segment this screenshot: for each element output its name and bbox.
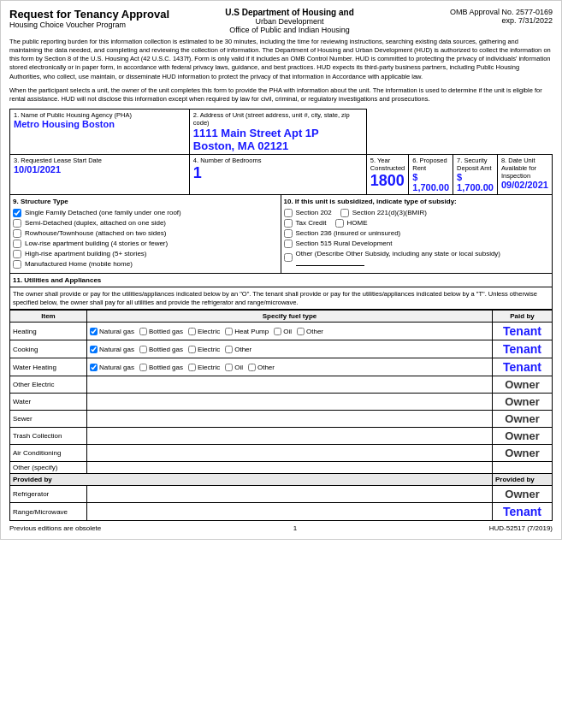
fuel-label: Oil	[283, 328, 292, 335]
util-item-cell: Water	[10, 394, 87, 411]
util-paid-cell: Owner	[493, 394, 553, 411]
s9b-checkbox[interactable]	[13, 219, 21, 228]
body-paragraph-1: The public reporting burden for this inf…	[9, 38, 553, 81]
fuel-checkbox[interactable]	[225, 328, 233, 335]
appliance-row: RefrigeratorOwner	[10, 486, 553, 503]
fuel-checkbox[interactable]	[90, 328, 98, 335]
fuel-checkbox[interactable]	[274, 328, 281, 335]
util-item-cell: Other Electric	[10, 376, 87, 394]
fuel-checkbox[interactable]	[139, 346, 147, 353]
s10c-row: Tax Credit	[284, 219, 327, 228]
section-9-options: Single Family Detached (one family under…	[13, 209, 278, 269]
field-4-label: 4. Number of Bedrooms	[193, 157, 363, 164]
fuel-checkbox[interactable]	[188, 328, 196, 335]
s10g-row: Other (Describe Other Subsidy, including…	[284, 250, 550, 266]
field-6-cell: 6. Proposed Rent $ 1,700.00	[409, 154, 453, 194]
s9d-checkbox[interactable]	[13, 240, 21, 248]
s9f-label: Manufactured Home (mobile home)	[25, 260, 133, 268]
s10a-row: Section 202	[284, 209, 332, 217]
s9a-checkbox[interactable]	[13, 209, 21, 217]
s9b-label: Semi-Detached (duplex, attached on one s…	[25, 219, 166, 227]
fuel-checkbox[interactable]	[188, 364, 196, 371]
s9e-checkbox[interactable]	[13, 250, 21, 258]
s10a-checkbox[interactable]	[284, 209, 293, 217]
s10-row2: Tax Credit HOME	[284, 219, 550, 229]
footer: Previous editions are obsolete 1 HUD-525…	[9, 524, 553, 532]
s9c-checkbox[interactable]	[13, 229, 21, 238]
provided-by-col: Provided by	[493, 474, 553, 486]
form-subtitle: Housing Choice Voucher Program	[9, 21, 180, 29]
s10f-label: Section 515 Rural Development	[296, 240, 393, 247]
fuel-checkbox[interactable]	[139, 364, 147, 371]
s9f-checkbox[interactable]	[13, 260, 21, 269]
section-10: 10. If this unit is subsidized, indicate…	[281, 195, 553, 273]
fuel-checkbox[interactable]	[225, 364, 233, 371]
fuel-checks: Natural gasBottled gasElectricOther	[90, 346, 489, 353]
s9d-row: Low-rise apartment building (4 stories o…	[13, 240, 278, 248]
fuel-checkbox[interactable]	[139, 328, 147, 335]
dept-line2: Urban Development	[180, 17, 399, 26]
s10c-label: Tax Credit	[296, 219, 327, 227]
fuel-label: Bottled gas	[149, 328, 183, 335]
fuel-label: Electric	[198, 346, 220, 353]
fuel-checkbox[interactable]	[297, 328, 305, 335]
col-paid-header: Paid by	[493, 311, 553, 323]
s9b-row: Semi-Detached (duplex, attached on one s…	[13, 219, 278, 228]
fuel-checkbox[interactable]	[225, 346, 233, 353]
util-item-cell: Cooking	[10, 340, 87, 358]
fuel-label: Natural gas	[99, 364, 134, 371]
util-paid-cell: Owner	[493, 376, 553, 394]
fuel-label: Bottled gas	[149, 346, 183, 353]
s10-row1: Section 202 Section 221(d)(3)(BMIR)	[284, 209, 550, 219]
section-10-options: Section 202 Section 221(d)(3)(BMIR) Tax …	[284, 209, 550, 266]
field-1-value: Metro Housing Boston	[14, 119, 186, 129]
s10d-checkbox[interactable]	[335, 219, 344, 228]
s10f-checkbox[interactable]	[284, 240, 293, 248]
s10b-checkbox[interactable]	[340, 209, 349, 217]
field-3-cell: 3. Requested Lease Start Date 10/01/2021	[10, 154, 190, 194]
s10a-label: Section 202	[296, 209, 332, 216]
fuel-checkbox[interactable]	[90, 364, 98, 371]
s10d-label: HOME	[347, 219, 368, 227]
fuel-checkbox[interactable]	[90, 346, 98, 353]
dept-line3: Office of Public and Indian Housing	[180, 26, 399, 34]
util-fuel-cell	[87, 462, 493, 474]
s10d-row: HOME	[335, 219, 368, 228]
footer-center: 1	[293, 524, 297, 532]
field-8-label: 8. Date Unit Available for Inspection	[501, 157, 548, 180]
util-row: Other ElectricOwner	[10, 376, 553, 394]
fuel-check-item: Bottled gas	[139, 328, 183, 335]
appliance-fuel	[87, 486, 493, 503]
section-11-header: 11. Utilities and Appliances	[9, 274, 553, 287]
field-1-cell: 1. Name of Public Housing Agency (PHA) M…	[10, 109, 190, 154]
fuel-check-item: Bottled gas	[139, 346, 183, 353]
field-5-cell: 5. Year Constructed 1800	[366, 154, 408, 194]
util-fuel-cell: Natural gasBottled gasElectricHeat PumpO…	[87, 323, 493, 340]
fuel-checkbox[interactable]	[248, 364, 256, 371]
section-9-label: 9. Structure Type	[13, 198, 278, 205]
util-item-cell: Trash Collection	[10, 428, 87, 445]
field-6-label: 6. Proposed Rent	[412, 157, 449, 172]
fuel-check-item: Other	[225, 346, 251, 353]
util-row: Air ConditioningOwner	[10, 445, 553, 462]
fuel-checkbox[interactable]	[188, 346, 196, 353]
fuel-check-item: Other	[248, 364, 275, 371]
s10e-checkbox[interactable]	[284, 229, 293, 238]
util-fuel-cell	[87, 411, 493, 428]
fuel-check-item: Natural gas	[90, 328, 134, 335]
util-paid-cell	[493, 462, 553, 474]
header-center: U.S Department of Housing and Urban Deve…	[180, 8, 399, 34]
appliance-paid: Tenant	[493, 503, 553, 521]
field-7-value: $ 1,700.00	[457, 172, 494, 192]
provided-by-label: Provided by	[10, 474, 493, 486]
provided-by-row: Provided byProvided by	[10, 474, 553, 486]
fuel-check-item: Oil	[225, 364, 243, 371]
fuel-label: Electric	[198, 364, 220, 371]
s10c-checkbox[interactable]	[284, 219, 293, 228]
util-item-cell: Air Conditioning	[10, 445, 87, 462]
form-title: Request for Tenancy Approval	[9, 8, 180, 21]
s10g-checkbox[interactable]	[284, 253, 293, 262]
dept-line1: U.S Department of Housing and	[180, 8, 399, 17]
section-9-10: 9. Structure Type Single Family Detached…	[9, 195, 553, 274]
util-row: Other (specify)	[10, 462, 553, 474]
